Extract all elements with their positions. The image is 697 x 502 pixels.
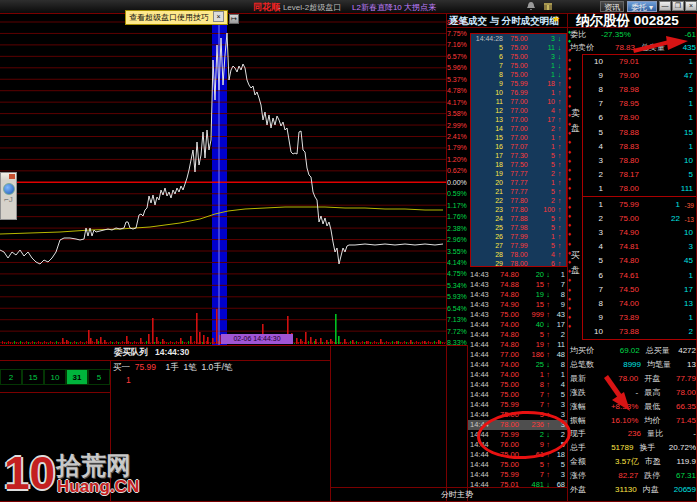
- minimize-button[interactable]: —: [659, 1, 671, 11]
- tick-row[interactable]: 2677.991↑: [471, 232, 566, 241]
- intraday-chart[interactable]: [0, 0, 467, 346]
- favorite-star-icon[interactable]: ★: [552, 14, 560, 24]
- tick-row[interactable]: 1777.305↑: [471, 151, 566, 160]
- minute-trade-row[interactable]: 14:4475.992↓2: [468, 430, 567, 440]
- minute-trade-row[interactable]: 14:4475.008↑4: [468, 380, 567, 390]
- minute-trade-row[interactable]: 14:4475.0061↑18: [468, 450, 567, 460]
- avg-sell-value: 78.83: [601, 41, 635, 55]
- tip-popup[interactable]: 查看超级盘口使用技巧×: [125, 10, 228, 25]
- watermark-domain: Huang.CN: [57, 477, 139, 497]
- stat-row: 涨停82.27跌停67.31: [570, 469, 696, 483]
- buy-one-count: 1笔: [183, 362, 196, 372]
- buy-one-label: 买一: [113, 362, 130, 372]
- tick-row[interactable]: 2577.985↑: [471, 223, 566, 232]
- queue-dot: ♦: [568, 76, 573, 81]
- tick-row[interactable]: 1577.001↑: [471, 133, 566, 142]
- minute-trade-row[interactable]: 14:4474.001↑1: [468, 370, 567, 380]
- buy-one-summary: 买一 75.99 1手 1笔 1.0手/笔: [113, 362, 233, 374]
- minute-trade-row[interactable]: 14:4475.997↑3: [468, 470, 567, 480]
- minute-trade-row[interactable]: 14:4476.009↑5: [468, 440, 567, 450]
- tick-row[interactable]: 2878.004↑: [471, 250, 566, 259]
- minute-trade-row[interactable]: 14:4474.8019↑11: [468, 340, 567, 350]
- tick-row[interactable]: 775.001↓: [471, 61, 566, 70]
- minute-trade-row[interactable]: 14:4474.0025↓8: [468, 360, 567, 370]
- stock-title[interactable]: 纳尔股份 002825: [576, 12, 679, 30]
- queue-dot: ♦: [568, 196, 573, 201]
- browser-icon: [3, 183, 15, 195]
- tick-row[interactable]: 2777.995↑: [471, 241, 566, 250]
- minute-trade-row[interactable]: 14:4374.8019↓8: [468, 290, 567, 300]
- gift-icon[interactable]: [543, 1, 553, 13]
- tick-row[interactable]: 2477.885↑: [471, 214, 566, 223]
- tick-row[interactable]: 1076.991↑: [471, 88, 566, 97]
- tick-row[interactable]: 2177.775↑: [471, 187, 566, 196]
- mini-close-icon[interactable]: [9, 174, 15, 179]
- queue-dot: ♦: [568, 324, 573, 329]
- tick-row[interactable]: 1877.505↑: [471, 160, 566, 169]
- buy-queue-time: 14:44:30: [155, 347, 189, 357]
- trade-button[interactable]: 委托 ▾: [627, 1, 657, 12]
- tip-close-icon[interactable]: ×: [213, 11, 224, 22]
- tab-minute-chart[interactable]: 分时主势: [441, 489, 473, 500]
- queue-dot: ♦: [568, 205, 573, 210]
- minute-trade-row[interactable]: 14:4477.00186↑48: [468, 350, 567, 360]
- minute-trade-row[interactable]: 14:4374.9015↑9: [468, 300, 567, 310]
- queue-dot: ♦: [568, 242, 573, 247]
- tick-row[interactable]: 2978.006↑: [471, 259, 566, 267]
- tick-row[interactable]: 675.003↓: [471, 52, 566, 61]
- queue-cell[interactable]: 5: [88, 369, 110, 385]
- tick-row[interactable]: 875.001↓: [471, 70, 566, 79]
- weibi-label: 委比: [570, 28, 601, 42]
- queue-cell[interactable]: 2: [0, 369, 22, 385]
- minute-trade-row[interactable]: 14:4478.00236↑3: [468, 420, 567, 430]
- tick-row[interactable]: 1277.004↑: [471, 106, 566, 115]
- news-button[interactable]: 资讯: [600, 1, 624, 12]
- queue-cell[interactable]: 15: [22, 369, 44, 385]
- minute-trade-row[interactable]: 14:4475.005↑5: [468, 460, 567, 470]
- queue-dot: ♦: [568, 168, 573, 173]
- stat-row: 外盘31130内盘20659: [570, 483, 696, 497]
- minute-trade-list[interactable]: 14:4374.8020↓114:4374.8815↑714:4374.8019…: [468, 270, 567, 491]
- tick-row[interactable]: 14:44:2875.003↓: [471, 34, 566, 43]
- minute-trade-row[interactable]: 14:4374.8815↑7: [468, 280, 567, 290]
- tick-row[interactable]: 1477.002↑: [471, 124, 566, 133]
- tick-row[interactable]: 2077.771↑: [471, 178, 566, 187]
- queue-dot: ♦: [568, 214, 573, 219]
- minute-trade-row[interactable]: 14:4475.01481↓68: [468, 480, 567, 490]
- bell-icon[interactable]: [526, 1, 536, 13]
- tick-row[interactable]: 2377.80100↑: [471, 205, 566, 214]
- tick-row[interactable]: 975.9918↑: [471, 79, 566, 88]
- tick-by-tick-panel[interactable]: 14:44:2875.003↓575.0011↓675.003↓775.001↓…: [470, 33, 567, 267]
- tick-row[interactable]: 1377.0017↑: [471, 115, 566, 124]
- ths-level2-window: 同花顺 - Level-2超级盘口 L2新春直降10 大拐点来 资讯 委托 ▾ …: [0, 0, 697, 502]
- minute-trade-row[interactable]: 14:4374.8020↓1: [468, 270, 567, 280]
- tip-text: 查看超级盘口使用技巧: [129, 13, 209, 22]
- crosshair-timestamp: 02-06 14:44:30: [221, 334, 293, 344]
- close-button[interactable]: ×: [685, 1, 697, 11]
- tick-row[interactable]: 1177.0010↑: [471, 97, 566, 106]
- floating-mini-window[interactable]: ⌐J: [0, 172, 17, 220]
- queue-cell[interactable]: 31: [66, 369, 88, 385]
- queue-dot: ♦: [568, 315, 573, 320]
- chart-tool-3[interactable]: ↦: [229, 14, 239, 24]
- buy-one-price: 75.99: [135, 362, 156, 372]
- minute-trade-row[interactable]: 14:4474.805↑2: [468, 330, 567, 340]
- minute-trade-row[interactable]: 14:4475.007↑5: [468, 390, 567, 400]
- minute-trade-row[interactable]: 14:4475.997↑3: [468, 400, 567, 410]
- queue-order-value: 1: [126, 375, 131, 385]
- minute-trade-row[interactable]: 14:4375.00999↑43: [468, 310, 567, 320]
- queue-dot: ♦: [568, 177, 573, 182]
- tick-row[interactable]: 575.0011↓: [471, 43, 566, 52]
- queue-dot: ♦: [568, 58, 573, 63]
- minute-trade-row[interactable]: 14:4474.0040↓17: [468, 320, 567, 330]
- tick-row[interactable]: 2277.802↑: [471, 196, 566, 205]
- buy-queue-title-text: 委买队列: [114, 347, 148, 357]
- buy-one-per: 1.0手/笔: [201, 362, 232, 372]
- tick-row[interactable]: 1677.071↑: [471, 142, 566, 151]
- queue-cell[interactable]: 10: [44, 369, 66, 385]
- tick-row[interactable]: 1977.772↑: [471, 169, 566, 178]
- mini-glyph: ⌐J: [4, 195, 16, 204]
- restore-button[interactable]: ❐: [672, 1, 684, 11]
- minute-trade-row[interactable]: 14:4475.005↑3: [468, 410, 567, 420]
- stat-row: 现手236量比-: [570, 427, 696, 441]
